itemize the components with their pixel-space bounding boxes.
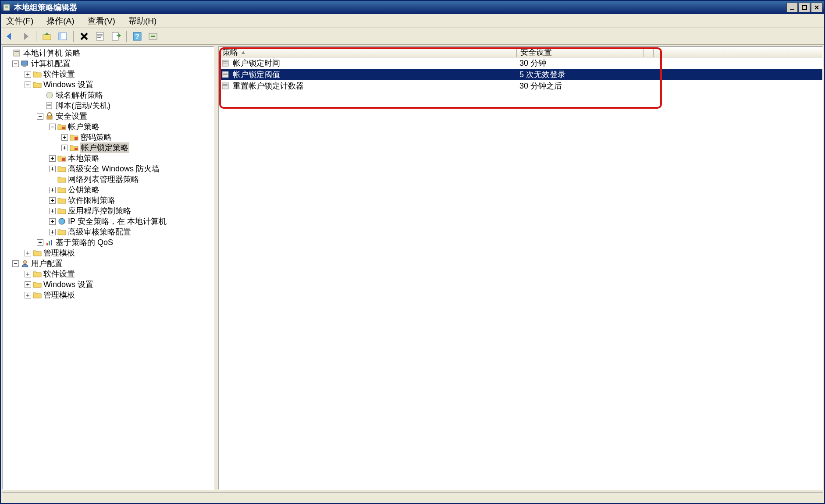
expander-icon[interactable]: + [61,145,68,151]
tree-software-restriction[interactable]: + 软件限制策略 [4,195,214,206]
tree-scripts[interactable]: 脚本(启动/关机) [4,100,214,111]
list-body: 帐户锁定时间 30 分钟 帐户锁定阈值 5 次无效登录 重置帐户锁定计数器 [219,57,822,92]
expander-icon[interactable]: + [25,281,31,288]
list-row[interactable]: 重置帐户锁定计数器 30 分钟之后 [219,80,822,92]
expander-icon[interactable]: + [49,218,56,225]
back-button[interactable] [3,29,17,43]
tree-security-settings[interactable]: − 安全设置 [4,111,214,121]
up-button[interactable] [40,29,54,43]
tree-network-list[interactable]: 网络列表管理器策略 [4,174,214,185]
expander-icon[interactable]: + [49,208,56,214]
svg-rect-39 [223,61,228,62]
svg-rect-35 [49,241,50,245]
tree-label: 网络列表管理器策略 [68,174,139,185]
svg-rect-22 [21,61,28,65]
help-button[interactable]: ? [130,29,144,43]
menu-help[interactable]: 帮助(H) [126,14,159,28]
folder-icon [33,249,42,257]
tree-qos[interactable]: + 基于策略的 QoS [4,237,214,248]
menu-view[interactable]: 查看(V) [85,14,118,28]
tree-public-key[interactable]: + 公钥策略 [4,185,214,195]
tree-account-policies[interactable]: − 帐户策略 [4,121,214,132]
manage-button[interactable] [146,29,160,43]
expander-icon[interactable]: + [25,271,31,277]
expander-icon[interactable]: + [37,239,43,246]
svg-rect-9 [59,33,61,40]
tree-label: 脚本(启动/关机) [56,100,110,111]
export-list-button[interactable] [109,29,123,43]
tree-firewall[interactable]: + 高级安全 Windows 防火墙 [4,163,214,174]
expander-icon[interactable]: + [49,229,56,235]
properties-button[interactable] [93,29,107,43]
tree-root[interactable]: 本地计算机 策略 [4,48,214,58]
list-pane: 策略 ▲ 安全设置 帐户锁定时间 30 分钟 [218,46,823,490]
tree-user-software[interactable]: + 软件设置 [4,269,214,279]
svg-rect-15 [97,37,101,38]
tree-computer-config[interactable]: − 计算机配置 [4,58,214,69]
user-icon [21,259,29,267]
expander-icon[interactable]: − [49,124,56,130]
computer-icon [21,60,29,67]
column-header-policy[interactable]: 策略 ▲ [219,47,517,57]
show-hide-tree-button[interactable] [56,29,70,43]
tree-software-settings[interactable]: + 软件设置 [4,69,214,79]
delete-button[interactable] [77,29,91,43]
folder-lock-icon [70,133,78,141]
expander-icon[interactable]: − [12,260,19,267]
svg-rect-21 [14,51,19,52]
expander-icon[interactable]: + [61,134,68,141]
list-row[interactable]: 帐户锁定时间 30 分钟 [219,57,822,69]
expander-icon[interactable]: + [49,197,56,204]
menu-file[interactable]: 文件(F) [4,14,36,28]
tree-password-policy[interactable]: + 密码策略 [4,132,214,142]
close-button[interactable] [811,3,822,12]
column-header-spacer [644,47,654,57]
svg-point-33 [59,218,65,224]
tree-user-config[interactable]: − 用户配置 [4,258,214,269]
svg-point-37 [23,260,27,264]
menu-bar: 文件(F) 操作(A) 查看(V) 帮助(H) [1,14,824,28]
maximize-button[interactable] [799,3,810,12]
folder-lock-icon [57,123,66,131]
tree-local-policies[interactable]: + 本地策略 [4,153,214,163]
tree-name-resolution[interactable]: 域名解析策略 [4,90,214,100]
minimize-button[interactable] [786,3,798,12]
policy-value: 30 分钟之后 [517,81,644,91]
tree-user-windows[interactable]: + Windows 设置 [4,279,214,290]
folder-icon [57,175,66,183]
svg-rect-45 [223,84,228,85]
tree-account-lockout-policy[interactable]: + 帐户锁定策略 [4,142,214,153]
svg-rect-27 [47,105,51,106]
tree-user-admin-templates[interactable]: + 管理模板 [4,290,214,300]
expander-icon[interactable]: + [49,166,56,172]
tree-label: 计算机配置 [31,58,71,69]
expander-icon[interactable]: − [37,113,43,120]
expander-icon[interactable]: + [49,155,56,162]
tree-ip-security[interactable]: + IP 安全策略，在 本地计算机 [4,216,214,227]
column-header-setting[interactable]: 安全设置 [517,47,644,57]
tree-app-control[interactable]: + 应用程序控制策略 [4,206,214,216]
list-row-selected[interactable]: 帐户锁定阈值 5 次无效登录 [219,69,822,80]
expander-icon[interactable]: − [12,60,19,67]
svg-rect-20 [14,50,20,56]
expander-icon[interactable]: + [25,250,31,256]
svg-point-24 [46,92,53,98]
menu-action[interactable]: 操作(A) [44,14,77,28]
expander-icon[interactable]: + [25,71,31,78]
forward-button[interactable] [18,29,32,43]
svg-rect-43 [223,74,228,75]
expander-icon[interactable]: + [25,292,31,298]
tree-windows-settings[interactable]: − Windows 设置 [4,79,214,90]
policy-value: 5 次无效登录 [517,69,644,80]
script-icon [45,102,54,110]
tree-label-selected: 帐户锁定策略 [80,142,129,153]
tree-scroll[interactable]: 本地计算机 策略 − 计算机配置 + 软件设置 − Windows 设置 [3,47,214,489]
expander-icon[interactable]: + [49,187,56,193]
expander-icon[interactable]: − [25,82,31,88]
tree-admin-templates[interactable]: + 管理模板 [4,248,214,258]
tree-audit-config[interactable]: + 高级审核策略配置 [4,227,214,237]
tree-label: 软件限制策略 [68,195,115,206]
policy-item-icon [221,71,230,78]
splitter[interactable] [215,45,217,491]
folder-icon [57,207,66,215]
